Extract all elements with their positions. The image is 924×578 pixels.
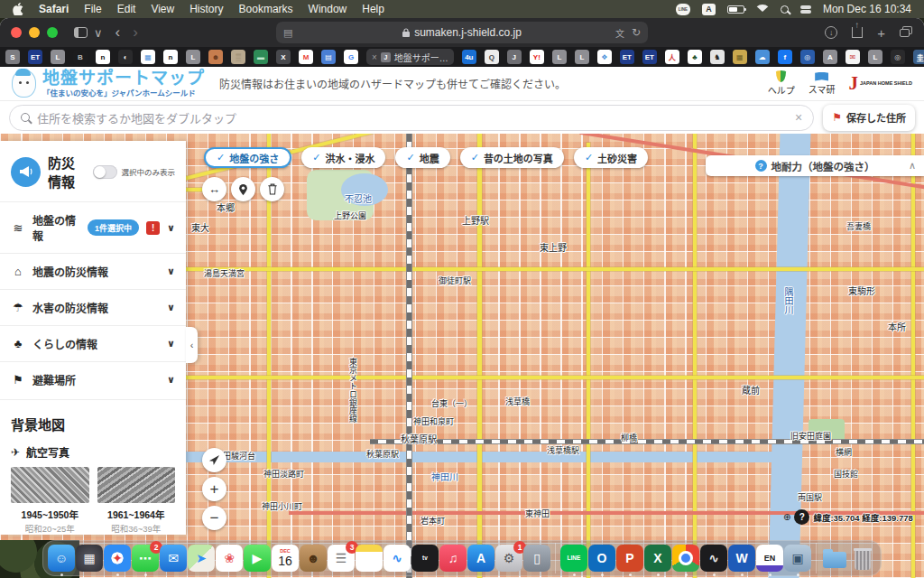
dock-app-icon[interactable]: O (588, 545, 615, 572)
favicon-bookmark[interactable]: ET (28, 50, 42, 64)
help-button[interactable]: ヘルプ (768, 70, 795, 97)
dock-app-icon[interactable]: EN (756, 545, 783, 572)
sidebar-accordion-item[interactable]: ⚑ 避難場所 ∨ (0, 361, 186, 397)
menu-item-safari[interactable]: Safari (39, 3, 69, 15)
dock-app-icon[interactable]: ⚙ 1 (495, 545, 522, 572)
favicon-bookmark[interactable]: L (186, 50, 200, 64)
dock-app-icon[interactable]: ▶ (244, 545, 271, 572)
chevron-down-icon[interactable]: ∨ (167, 266, 175, 277)
locate-button[interactable] (202, 448, 226, 472)
sidebar-accordion-item[interactable]: ⌂ 地震の防災情報 ∨ (0, 253, 186, 289)
dock-app-icon[interactable] (816, 543, 817, 573)
translate-icon[interactable]: 文 (615, 26, 624, 40)
dock-app-icon[interactable]: ✦ (104, 545, 131, 572)
dock-app-icon[interactable]: ✉ (160, 545, 187, 572)
jhs-logo[interactable]: J JAPAN HOME SHIELD (849, 74, 912, 93)
close-tab-icon[interactable]: × (372, 52, 377, 62)
saved-addresses-button[interactable]: ⚑ 保存した住所 (823, 105, 915, 131)
favicon-bookmark[interactable]: ☁ (755, 50, 770, 64)
menu-clock[interactable]: Mon Dec 16 10:34 (823, 3, 911, 15)
dock-app-icon[interactable]: ☰ 3 (328, 545, 355, 572)
dock-app-icon[interactable]: ▯ (523, 545, 550, 572)
dock-app-icon[interactable]: W (728, 545, 755, 572)
forward-button[interactable]: › (133, 23, 138, 42)
favicon-bookmark[interactable]: ▤ (321, 50, 336, 64)
dock-app-icon[interactable]: ∿ (700, 545, 727, 572)
favicon-bookmark[interactable]: ♣ (688, 50, 702, 64)
active-tab[interactable]: × J 地盤サポー… (366, 49, 454, 65)
map-canvas[interactable]: 本郷東大不忍池上野公園上野駅湯島天満宮東上野御徒町駅台東（一）神田和泉町秋葉原駅… (0, 134, 924, 578)
chevron-up-icon[interactable]: ∧ (909, 160, 916, 172)
chevron-down-icon[interactable]: ∨ (167, 222, 175, 234)
site-logo[interactable]: 地盤サポートマップ 「住まいの安心を」ジャパンホームシールド (42, 70, 205, 98)
wifi-icon[interactable] (756, 3, 769, 15)
menu-item-file[interactable]: File (84, 3, 101, 15)
favicon-bookmark[interactable]: X (276, 50, 291, 64)
minimize-window-button[interactable] (29, 27, 40, 38)
pin-tool-button[interactable] (231, 177, 255, 201)
sidebar-accordion-item[interactable]: ≋ 地盤の情報 1件選択中 ! ∨ (0, 201, 186, 253)
dock-app-icon[interactable] (555, 543, 556, 573)
selected-only-toggle[interactable] (93, 165, 117, 179)
close-window-button[interactable] (11, 27, 22, 38)
chevron-down-icon[interactable]: ∨ (167, 374, 175, 386)
line-status-icon[interactable]: LINE (676, 4, 690, 15)
dock-app-icon[interactable]: ♫ (439, 545, 467, 572)
favicon-bookmark[interactable]: 4u (462, 50, 476, 64)
dock-app-icon[interactable]: ▦ (76, 545, 103, 572)
favicon-bookmark[interactable]: L (51, 50, 65, 64)
dock-app-icon[interactable]: DEC 16 (272, 545, 299, 572)
favicon-bookmark[interactable]: ✉ (845, 50, 860, 64)
favicon-bookmark[interactable]: A (823, 50, 837, 64)
favicon-bookmark[interactable]: ET (620, 50, 634, 64)
dock-app-icon[interactable]: ➤ (188, 545, 215, 572)
menu-item-window[interactable]: Window (309, 3, 347, 15)
dock-app-icon[interactable]: LINE (560, 545, 587, 572)
dock-app-icon[interactable]: ∿ (383, 545, 411, 572)
favicon-bookmark[interactable]: n (163, 50, 178, 64)
favicon-bookmark[interactable]: ▦ (141, 50, 155, 64)
dock-app-icon[interactable]: tv (411, 545, 439, 572)
dock-app-icon[interactable]: P (616, 545, 643, 572)
favicon-bookmark[interactable]: 圭 (913, 50, 924, 64)
favicon-bookmark[interactable]: ET (642, 50, 657, 64)
favicon-bookmark[interactable]: ▦ (733, 50, 747, 64)
favicon-bookmark[interactable]: ▒ (231, 50, 245, 64)
measure-tool-button[interactable]: ↔ (202, 177, 226, 201)
input-source-icon[interactable]: A (702, 4, 716, 15)
favicon-bookmark[interactable]: ◎ (800, 50, 815, 64)
favicon-bookmark[interactable]: Y! (530, 50, 544, 64)
menu-item-bookmarks[interactable]: Bookmarks (239, 3, 293, 15)
dock-app-icon[interactable]: ⋯ 2 (132, 545, 159, 572)
dock-app-icon[interactable] (672, 545, 699, 572)
zoom-out-button[interactable]: − (202, 506, 226, 530)
aerial-photo-thumbnail[interactable] (97, 467, 176, 503)
reader-icon[interactable]: ▤ (283, 27, 292, 39)
aerial-photo-thumbnail[interactable] (11, 467, 89, 503)
apple-icon[interactable] (13, 3, 23, 15)
favicon-bookmark[interactable]: L (552, 50, 567, 64)
coords-help-button[interactable]: ? (794, 509, 809, 525)
favicon-bookmark[interactable]: ◐ (118, 50, 133, 64)
aerial-photos-row[interactable]: ✈ 航空写真 (0, 437, 186, 461)
favicon-bookmark[interactable]: G (344, 50, 358, 64)
menu-item-edit[interactable]: Edit (117, 3, 136, 15)
sidebar-chevron-icon[interactable]: ∨ (94, 26, 103, 40)
aerial-photo-option[interactable]: 1961~1964年 昭和36~39年 (97, 467, 176, 535)
dock-app-icon[interactable]: A (467, 545, 494, 572)
new-tab-button[interactable]: + (877, 25, 885, 41)
favicon-bookmark[interactable]: L (868, 50, 882, 64)
dock-app-icon[interactable]: ☻ (300, 545, 327, 572)
sidebar-accordion-item[interactable]: ☂ 水害の防災情報 ∨ (0, 289, 186, 325)
clear-search-icon[interactable]: × (795, 110, 802, 125)
favicon-bookmark[interactable]: ❖ (597, 50, 612, 64)
map-filter-pill[interactable]: ✓ 土砂災害 (574, 147, 648, 168)
favicon-bookmark[interactable]: Q (485, 50, 499, 64)
share-button[interactable] (852, 27, 863, 38)
control-center-icon[interactable] (800, 5, 811, 14)
dock-app-icon[interactable]: ▣ (784, 545, 811, 572)
chevron-down-icon[interactable]: ∨ (167, 302, 175, 313)
dock-app-icon[interactable]: ☺ (48, 545, 75, 572)
mascot-logo-icon[interactable] (12, 70, 36, 98)
favicon-bookmark[interactable]: f (778, 50, 792, 64)
